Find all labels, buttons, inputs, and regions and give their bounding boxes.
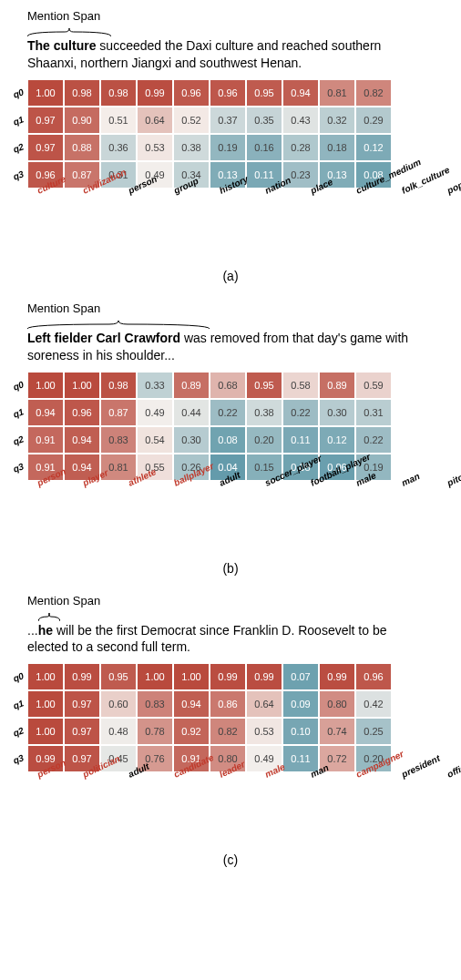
heatmap-cell: 0.20 — [246, 426, 282, 454]
heatmap-cell: 0.68 — [210, 372, 246, 399]
heatmap-cell: 0.98 — [64, 79, 100, 107]
heatmap-cell: 0.78 — [137, 718, 173, 745]
heatmap-cell: 0.90 — [64, 107, 100, 134]
heatmap-cell: 0.97 — [64, 690, 100, 718]
mention-span-label: Mention Span — [27, 594, 452, 607]
heatmap-cell: 0.51 — [100, 107, 137, 134]
heatmap-cell: 0.44 — [173, 399, 210, 426]
heatmap-cell: 0.92 — [173, 718, 210, 745]
sentence-pre: ... — [27, 623, 38, 638]
heatmap: q01.000.980.980.990.960.960.950.940.810.… — [9, 79, 452, 227]
heatmap-cell: 1.00 — [27, 79, 64, 107]
subcaption: (c) — [9, 852, 452, 867]
heatmap-row: q01.000.990.951.001.000.990.990.070.990.… — [9, 663, 461, 690]
heatmap-cell: 0.83 — [137, 690, 173, 718]
heatmap-cell: 0.38 — [246, 399, 282, 426]
heatmap: q01.000.990.951.001.000.990.990.070.990.… — [9, 663, 452, 811]
heatmap-cell: 0.99 — [64, 663, 100, 690]
heatmap-cell: 0.31 — [355, 399, 392, 426]
heatmap-cell: 1.00 — [137, 663, 173, 690]
subcaption: (b) — [9, 561, 452, 576]
heatmap-cell: 0.16 — [246, 134, 282, 161]
brace-icon — [27, 25, 452, 34]
heatmap-row: q21.000.970.480.780.920.820.530.100.740.… — [9, 718, 461, 745]
heatmap-cell: 0.35 — [246, 107, 282, 134]
heatmap-cell: 0.36 — [100, 134, 137, 161]
heatmap-cell: 0.91 — [27, 426, 64, 454]
heatmap-cell: 0.88 — [64, 134, 100, 161]
mention-bold: he — [38, 623, 53, 638]
heatmap-cell: 0.11 — [282, 426, 319, 454]
heatmap-cell: 1.00 — [173, 663, 210, 690]
heatmap-cell: 0.22 — [355, 426, 392, 454]
heatmap-row: q20.970.880.360.530.380.190.160.280.180.… — [9, 134, 461, 161]
mention-bold: Left fielder Carl Crawford — [27, 331, 180, 345]
heatmap-row: q11.000.970.600.830.940.860.640.090.800.… — [9, 690, 461, 718]
heatmap-row: q20.910.940.830.540.300.080.200.110.120.… — [9, 426, 461, 454]
example-sentence: Left fielder Carl Crawford was removed f… — [27, 330, 428, 364]
heatmap-row: q10.940.960.870.490.440.220.380.220.300.… — [9, 399, 461, 426]
heatmap-cell: 0.08 — [210, 426, 246, 454]
heatmap-cell: 0.97 — [64, 718, 100, 745]
heatmap-cell: 0.58 — [282, 372, 319, 399]
heatmap-cell: 1.00 — [27, 663, 64, 690]
heatmap-cell: 0.53 — [137, 134, 173, 161]
heatmap-cell: 0.49 — [137, 399, 173, 426]
heatmap-cell: 0.81 — [319, 79, 355, 107]
heatmap-cell: 1.00 — [27, 690, 64, 718]
heatmap-cell: 0.82 — [210, 718, 246, 745]
heatmap-cell: 0.94 — [64, 426, 100, 454]
heatmap-cell: 0.96 — [173, 79, 210, 107]
heatmap-row: q01.000.980.980.990.960.960.950.940.810.… — [9, 79, 461, 107]
heatmap-cell: 1.00 — [64, 372, 100, 399]
heatmap-cell: 0.95 — [246, 79, 282, 107]
heatmap-cell: 0.38 — [173, 134, 210, 161]
heatmap-cell: 0.96 — [64, 399, 100, 426]
x-axis-labels: personpoliticianadultcandidateleadermale… — [27, 774, 461, 811]
heatmap-cell: 0.64 — [137, 107, 173, 134]
heatmap-cell: 0.94 — [27, 399, 64, 426]
heatmap-cell: 1.00 — [27, 718, 64, 745]
heatmap-cell: 0.52 — [173, 107, 210, 134]
heatmap-cell: 0.42 — [355, 690, 392, 718]
heatmap-cell: 0.95 — [246, 372, 282, 399]
mention-bold: The culture — [27, 38, 96, 53]
heatmap-cell: 0.25 — [355, 718, 392, 745]
heatmap-row: q10.970.900.510.640.520.370.350.430.320.… — [9, 107, 461, 134]
heatmap-cell: 0.22 — [210, 399, 246, 426]
heatmap-cell: 0.54 — [137, 426, 173, 454]
heatmap-cell: 0.86 — [210, 690, 246, 718]
brace-icon — [27, 317, 452, 326]
example-sentence: The culture succeeded the Daxi culture a… — [27, 37, 428, 72]
sentence-post: will be the first Democrat since Frankli… — [27, 623, 387, 655]
brace-icon — [38, 609, 452, 618]
heatmap-cell: 0.83 — [100, 426, 137, 454]
x-axis-labels: personplayerathleteballplayeradultsoccer… — [27, 483, 461, 519]
example-sentence: ...he will be the first Democrat since F… — [27, 622, 428, 657]
heatmap-cell: 0.89 — [319, 372, 355, 399]
heatmap-cell: 0.80 — [319, 690, 355, 718]
heatmap-cell: 0.99 — [137, 79, 173, 107]
heatmap-cell: 0.82 — [355, 79, 392, 107]
mention-span-label: Mention Span — [27, 301, 452, 315]
heatmap-cell: 0.96 — [355, 663, 392, 690]
heatmap-cell: 0.10 — [282, 718, 319, 745]
heatmap-cell: 0.99 — [319, 663, 355, 690]
heatmap-cell: 0.22 — [282, 399, 319, 426]
heatmap-cell: 0.30 — [173, 426, 210, 454]
heatmap-cell: 0.94 — [282, 79, 319, 107]
heatmap-cell: 0.64 — [246, 690, 282, 718]
heatmap-cell: 0.29 — [355, 107, 392, 134]
heatmap-cell: 0.98 — [100, 79, 137, 107]
heatmap-cell: 0.19 — [210, 134, 246, 161]
heatmap-cell: 0.37 — [210, 107, 246, 134]
heatmap-cell: 0.95 — [100, 663, 137, 690]
heatmap-cell: 0.43 — [282, 107, 319, 134]
panel-a: Mention SpanThe culture succeeded the Da… — [9, 9, 452, 283]
panel-c: Mention Span...he will be the first Demo… — [9, 594, 452, 868]
panel-b: Mention SpanLeft fielder Carl Crawford w… — [9, 301, 452, 576]
heatmap-cell: 0.59 — [355, 372, 392, 399]
heatmap-cell: 0.53 — [246, 718, 282, 745]
heatmap-cell: 0.98 — [100, 372, 137, 399]
heatmap-cell: 0.28 — [282, 134, 319, 161]
